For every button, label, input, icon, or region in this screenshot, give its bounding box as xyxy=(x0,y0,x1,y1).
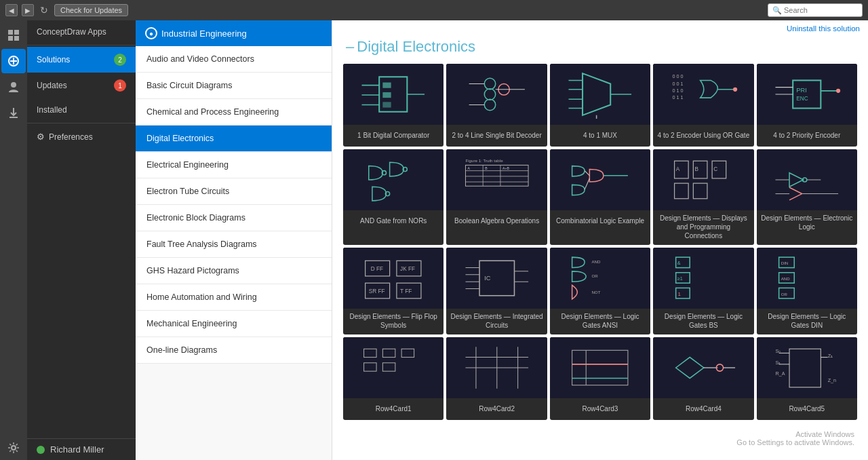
uninstall-link[interactable]: Uninstall this solution xyxy=(787,24,860,33)
card-item[interactable]: ABCDesign Elements — Displays and Progra… xyxy=(653,149,753,245)
card-item[interactable]: Row4Card4 xyxy=(653,337,753,420)
svg-text:&: & xyxy=(677,260,680,266)
card-item[interactable]: DINANDORDesign Elements — Logic Gates DI… xyxy=(757,248,857,334)
card-label: Row4Card4 xyxy=(653,398,753,420)
forward-button[interactable]: ▶ xyxy=(22,4,34,16)
solution-item[interactable]: Basic Circuit Diagrams xyxy=(136,73,332,99)
solution-item[interactable]: GHS Hazard Pictograms xyxy=(136,258,332,284)
preferences-icon: ⚙ xyxy=(37,132,45,142)
svg-point-37 xyxy=(733,88,737,92)
card-label: Design Elements — Electronic Logic xyxy=(757,210,857,236)
card-thumbnail: ANDORNOT xyxy=(550,248,650,309)
nav-user-section: Richard Miller xyxy=(27,438,136,460)
svg-text:A+B: A+B xyxy=(502,166,509,170)
solution-item[interactable]: Mechanical Engineering xyxy=(136,311,332,337)
card-item[interactable]: AND Gate from NORs xyxy=(343,149,443,245)
svg-text:0 1 0: 0 1 0 xyxy=(672,88,683,94)
card-label: Design Elements — Flip Flop Symbols xyxy=(343,309,443,334)
svg-text:Z₁: Z₁ xyxy=(828,353,833,359)
card-item[interactable]: 1 Bit Digital Comparator xyxy=(343,64,443,147)
svg-line-59 xyxy=(585,178,589,189)
svg-text:NOT: NOT xyxy=(592,290,601,294)
solution-item[interactable]: One-line Diagrams xyxy=(136,337,332,364)
sidebar-icon-person[interactable] xyxy=(1,75,26,99)
card-item[interactable]: D FFJK FFSR FFT FFDesign Elements — Flip… xyxy=(343,248,443,334)
solutions-scroll[interactable]: Audio and Video ConnectorsBasic Circuit … xyxy=(136,46,332,460)
card-item[interactable]: Row4Card2 xyxy=(446,337,547,420)
refresh-button[interactable]: ↻ xyxy=(38,4,50,16)
updates-badge: 1 xyxy=(114,79,126,92)
svg-text:0 0 1: 0 0 1 xyxy=(672,81,683,87)
svg-text:0 1 1: 0 1 1 xyxy=(672,94,683,100)
card-thumbnail xyxy=(446,64,547,125)
card-label: Boolean Algebra Operations xyxy=(446,210,547,232)
card-item[interactable]: Figure 1: Truth tableABA+BBoolean Algebr… xyxy=(446,149,547,245)
card-item[interactable]: 2 to 4 Line Single Bit Decoder xyxy=(446,64,547,147)
svg-text:≥1: ≥1 xyxy=(677,275,682,282)
top-bar: ◀ ▶ ↻ Check for Updates 🔍 xyxy=(0,0,868,20)
nav-item-preferences[interactable]: ⚙ Preferences xyxy=(27,125,136,149)
svg-point-7 xyxy=(11,82,16,88)
svg-text:DIN: DIN xyxy=(781,261,789,265)
card-item[interactable]: 0 0 00 0 10 1 00 1 14 to 2 Encoder Using… xyxy=(653,64,753,147)
solution-item[interactable]: Electronic Block Diagrams xyxy=(136,205,332,231)
back-button[interactable]: ◀ xyxy=(5,4,18,16)
solution-item[interactable]: Audio and Video Connectors xyxy=(136,46,332,73)
main-layout: ConceptDraw Apps Solutions 2 Updates 1 I… xyxy=(0,20,868,460)
card-item[interactable]: Row4Card1 xyxy=(343,337,443,420)
nav-item-installed[interactable]: Installed xyxy=(27,98,136,121)
solution-item[interactable]: Home Automation and Wiring xyxy=(136,284,332,311)
card-item[interactable]: ICDesign Elements — Integrated Circuits xyxy=(446,248,547,334)
user-status-dot xyxy=(37,446,45,454)
svg-text:R_A: R_A xyxy=(776,370,785,377)
card-item[interactable]: Design Elements — Electronic Logic xyxy=(757,149,857,245)
svg-rect-12 xyxy=(383,92,391,98)
card-item[interactable]: S₀S₁R_AZ₁Z_nRow4Card5 xyxy=(757,337,857,420)
nav-item-updates[interactable]: Updates 1 xyxy=(27,73,136,98)
card-label: 2 to 4 Line Single Bit Decoder xyxy=(446,125,547,147)
svg-rect-1 xyxy=(14,30,19,35)
card-thumbnail: Figure 1: Truth tableABA+B xyxy=(446,149,547,210)
svg-text:Figure 1: Truth table: Figure 1: Truth table xyxy=(465,158,503,163)
solution-item[interactable]: Electrical Engineering xyxy=(136,152,332,178)
card-item[interactable]: 4 to 1 MUX xyxy=(550,64,650,147)
check-updates-button[interactable]: Check for Updates xyxy=(54,4,128,16)
solution-item[interactable]: Chemical and Process Engineering xyxy=(136,99,332,126)
sidebar-icon-apps[interactable] xyxy=(1,23,26,47)
content-area: Uninstall this solution –Digital Electro… xyxy=(332,20,868,460)
nav-divider-2 xyxy=(27,123,136,123)
svg-text:1: 1 xyxy=(677,291,680,297)
card-thumbnail: PRIENC xyxy=(757,64,857,125)
svg-rect-127 xyxy=(789,349,821,387)
svg-rect-107 xyxy=(402,349,415,357)
svg-text:JK FF: JK FF xyxy=(400,266,415,272)
sidebar-icon-solutions[interactable] xyxy=(1,49,26,73)
search-input[interactable] xyxy=(784,6,859,14)
solution-item[interactable]: Digital Electronics xyxy=(136,126,332,152)
card-label: 4 to 2 Priority Encoder xyxy=(757,125,857,147)
sidebar-icon-gear[interactable] xyxy=(1,436,26,460)
svg-text:B: B xyxy=(485,166,488,170)
svg-rect-11 xyxy=(383,83,391,88)
card-thumbnail xyxy=(446,337,547,398)
search-icon: 🔍 xyxy=(772,6,782,15)
section-title: –Digital Electronics xyxy=(332,33,868,64)
solution-item[interactable]: Fault Tree Analysis Diagrams xyxy=(136,231,332,258)
nav-item-apps[interactable]: ConceptDraw Apps xyxy=(27,20,136,43)
card-item[interactable]: Row4Card3 xyxy=(550,337,650,420)
svg-text:C: C xyxy=(713,166,717,172)
card-label: 1 Bit Digital Comparator xyxy=(343,125,443,147)
svg-point-18 xyxy=(484,78,495,89)
card-item[interactable]: Combinatorial Logic Example xyxy=(550,149,650,245)
nav-item-solutions[interactable]: Solutions 2 xyxy=(27,47,136,73)
sidebar-icon-download[interactable] xyxy=(1,100,26,125)
card-item[interactable]: ANDORNOTDesign Elements — Logic Gates AN… xyxy=(550,248,650,334)
user-name: Richard Miller xyxy=(50,444,104,455)
solution-item[interactable]: Electron Tube Circuits xyxy=(136,178,332,205)
card-thumbnail: D FFJK FFSR FFT FF xyxy=(343,248,443,309)
card-item[interactable]: PRIENC4 to 2 Priority Encoder xyxy=(757,64,857,147)
card-item[interactable]: &≥11Design Elements — Logic Gates BS xyxy=(653,248,753,334)
svg-rect-108 xyxy=(364,363,377,371)
card-thumbnail: DINANDOR xyxy=(757,248,857,309)
svg-text:OR: OR xyxy=(781,292,788,296)
